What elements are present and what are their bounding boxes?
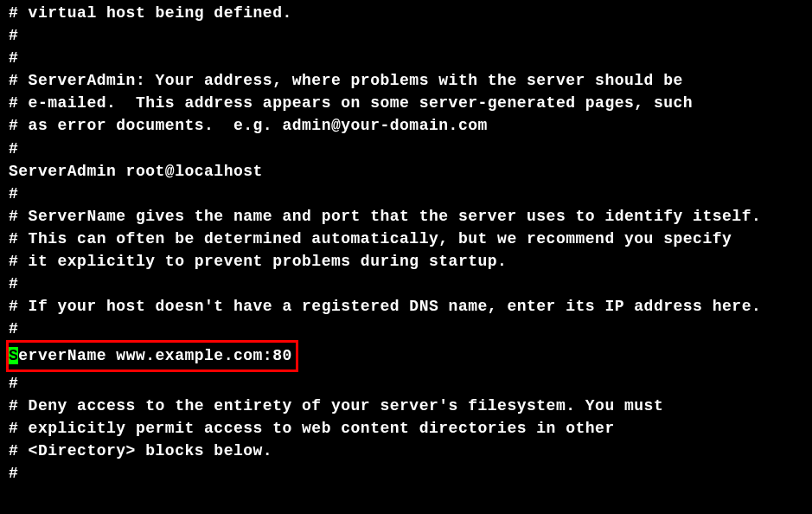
config-comment-line: # If your host doesn't have a registered… [9, 295, 812, 318]
config-comment-line: # [9, 318, 812, 340]
config-comment-line: # [9, 47, 812, 69]
config-comment-line: # virtual host being defined. [9, 2, 812, 24]
config-comment-line: # [9, 372, 812, 395]
config-directive-servername-highlighted: ServerName www.example.com:80 [9, 340, 812, 371]
servername-text: erverName www.example.com:80 [18, 347, 291, 364]
config-comment-line: # explicitly permit access to web conten… [9, 417, 812, 440]
config-comment-line: # [9, 273, 812, 295]
config-comment-line: # <Directory> blocks below. [9, 440, 812, 462]
config-directive-serveradmin: ServerAdmin root@localhost [9, 160, 812, 183]
config-comment-line: # [9, 183, 812, 205]
config-comment-line: # ServerAdmin: Your address, where probl… [9, 69, 812, 92]
config-comment-line: # [9, 462, 812, 485]
config-comment-line: # Deny access to the entirety of your se… [9, 395, 812, 417]
config-comment-line: # it explicitly to prevent problems duri… [9, 250, 812, 273]
terminal-editor-content[interactable]: # virtual host being defined. # # # Serv… [9, 2, 812, 485]
config-comment-line: # [9, 138, 812, 160]
config-comment-line: # [9, 24, 812, 47]
config-comment-line: # This can often be determined automatic… [9, 228, 812, 250]
config-comment-line: # as error documents. e.g. admin@your-do… [9, 114, 812, 137]
config-comment-line: # e-mailed. This address appears on some… [9, 92, 812, 114]
config-comment-line: # ServerName gives the name and port tha… [9, 205, 812, 228]
highlight-annotation: ServerName www.example.com:80 [6, 340, 298, 371]
editor-cursor: S [9, 347, 18, 364]
